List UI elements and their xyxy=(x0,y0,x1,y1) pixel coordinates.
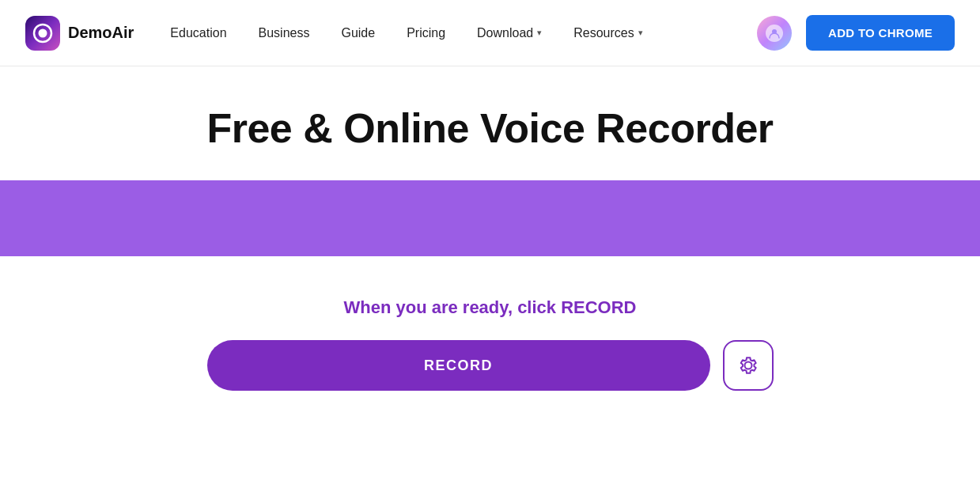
record-section: When you are ready, click RECORD RECORD xyxy=(182,256,799,422)
nav-items: Education Business Guide Pricing Downloa… xyxy=(156,20,757,47)
nav-item-pricing[interactable]: Pricing xyxy=(392,20,460,47)
settings-button[interactable] xyxy=(723,340,774,391)
main-content: Free & Online Voice Recorder When you ar… xyxy=(0,66,980,422)
nav-item-education[interactable]: Education xyxy=(156,20,240,47)
avatar-button[interactable] xyxy=(757,16,792,51)
svg-point-1 xyxy=(39,28,47,37)
brand-name: DemoAir xyxy=(68,24,134,42)
nav-logo[interactable]: DemoAir xyxy=(25,16,134,51)
record-button[interactable]: RECORD xyxy=(207,340,710,391)
add-to-chrome-button[interactable]: ADD TO CHROME xyxy=(806,15,955,51)
ready-text: When you are ready, click RECORD xyxy=(343,297,636,318)
nav-right: ADD TO CHROME xyxy=(757,15,955,51)
page-title-section: Free & Online Voice Recorder xyxy=(181,66,798,180)
resources-chevron-icon: ▾ xyxy=(638,28,643,38)
navbar: DemoAir Education Business Guide Pricing… xyxy=(0,0,980,66)
record-controls: RECORD xyxy=(207,340,774,391)
logo-icon xyxy=(25,16,60,51)
nav-item-resources[interactable]: Resources ▾ xyxy=(559,20,656,47)
nav-item-guide[interactable]: Guide xyxy=(327,20,389,47)
gear-icon xyxy=(736,354,760,377)
nav-item-business[interactable]: Business xyxy=(244,20,324,47)
download-chevron-icon: ▾ xyxy=(537,28,542,38)
nav-item-download[interactable]: Download ▾ xyxy=(463,20,556,47)
page-title: Free & Online Voice Recorder xyxy=(206,104,773,152)
avatar-icon xyxy=(766,25,783,42)
purple-banner xyxy=(0,180,980,256)
